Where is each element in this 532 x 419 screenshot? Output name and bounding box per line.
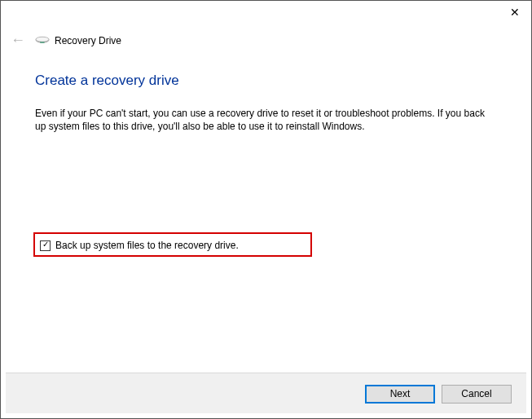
drive-icon [35,36,50,46]
backup-checkbox-row[interactable]: Back up system files to the recovery dri… [37,235,247,256]
header-row: ← Recovery Drive [11,32,121,49]
close-icon[interactable]: ✕ [510,6,520,19]
page-title: Create a recovery drive [35,73,179,89]
footer: Next Cancel [6,373,526,413]
titlebar: ✕ [1,1,531,25]
svg-rect-2 [41,42,45,42]
wizard-window: ✕ ← Recovery Drive Create a recovery dri… [0,0,532,419]
page-description: Even if your PC can't start, you can use… [35,107,490,133]
svg-point-1 [36,37,49,42]
cancel-button[interactable]: Cancel [442,385,512,404]
next-button[interactable]: Next [365,385,435,404]
header-title: Recovery Drive [55,35,121,46]
backup-checkbox[interactable] [40,240,51,251]
backup-checkbox-label: Back up system files to the recovery dri… [55,240,239,251]
back-arrow-icon: ← [11,32,25,49]
